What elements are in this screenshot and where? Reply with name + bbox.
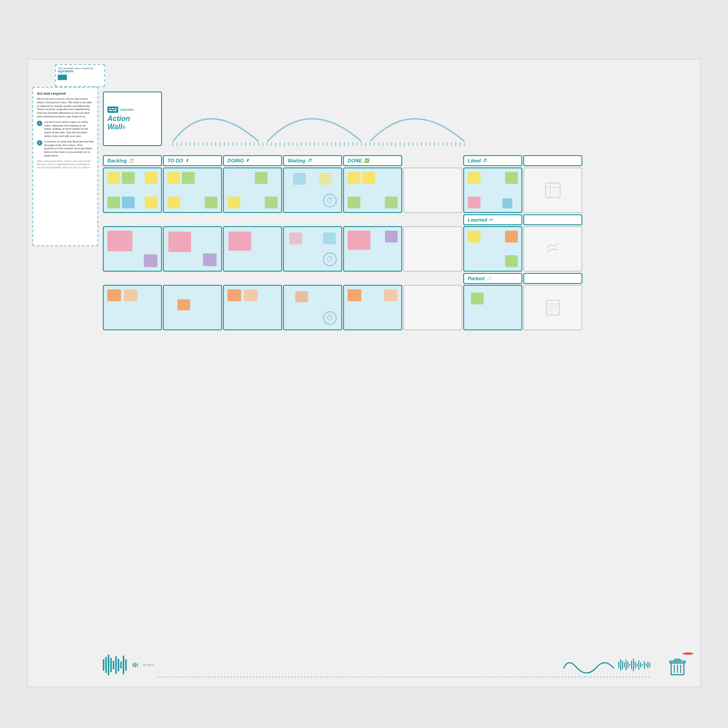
sticky-doing-r3-o1[interactable] (228, 289, 241, 301)
step2-num: 2 (37, 140, 42, 146)
sticky-done-r2-purple[interactable] (385, 231, 398, 243)
learned-icon: ↩ (489, 217, 493, 222)
sticky-done-r3-o1[interactable] (348, 289, 361, 301)
r3-header-row: Parked 📄 (103, 273, 696, 284)
sticky-bl-r3-o1[interactable] (107, 289, 121, 301)
sticky-done-y2[interactable] (362, 172, 375, 184)
cell-parked-r3[interactable] (463, 285, 522, 330)
svg-rect-107 (629, 664, 630, 666)
done-icon: ✅ (364, 158, 369, 163)
svg-rect-1 (109, 108, 111, 109)
cell-done-r1[interactable] (343, 167, 402, 213)
sticky-doing-y1[interactable] (228, 197, 240, 208)
sticky-liked-g1[interactable] (505, 172, 518, 184)
svg-rect-96 (145, 664, 146, 666)
sticky-done-r3-s1[interactable] (384, 289, 398, 301)
sticky-todo-y1[interactable] (167, 172, 180, 184)
cell-backlog-r1[interactable] (103, 167, 162, 213)
step1-num: 1 (37, 121, 42, 126)
svg-rect-117 (647, 662, 648, 668)
cell-backlog-r3[interactable] (103, 285, 162, 330)
sticky-learned-g1[interactable] (505, 255, 518, 267)
sticky-todo-r3-o1[interactable] (177, 299, 190, 310)
svg-rect-111 (637, 663, 637, 667)
r3-label-todo (163, 273, 222, 284)
svg-rect-103 (622, 661, 623, 669)
sticky-yellow-2[interactable] (145, 172, 157, 184)
cell-waiting-r3[interactable]: ⏱ (283, 285, 342, 330)
learned-label: Learned (468, 217, 487, 222)
cell-waiting-r1[interactable]: ⏱ (283, 167, 342, 213)
cell-liked-r1[interactable] (463, 167, 522, 213)
cell-done-r2[interactable] (343, 226, 402, 272)
sticky-blue-1[interactable] (122, 197, 135, 208)
sticky-bl-r3-s1[interactable] (124, 289, 137, 301)
sticky-liked-b1[interactable] (502, 198, 512, 208)
cell-doing-r2[interactable] (223, 226, 282, 272)
sticky-wait-r2-p1[interactable] (289, 233, 302, 244)
sticky-learned-y1[interactable] (468, 231, 480, 243)
svg-rect-91 (125, 659, 126, 671)
sticky-liked-p1[interactable] (468, 197, 480, 208)
trash-area[interactable] (662, 652, 693, 680)
sticky-learned-o1[interactable] (505, 231, 518, 243)
cell-todo-r3[interactable] (163, 285, 222, 330)
sticky-bl-r2-pink[interactable] (107, 231, 132, 251)
cell-done-r3[interactable] (343, 285, 402, 330)
svg-rect-95 (142, 664, 143, 666)
cell-todo-r2[interactable] (163, 226, 222, 272)
col-header-waiting: Waiting ⏱ (283, 155, 342, 166)
sticky-yellow-3[interactable] (145, 197, 157, 208)
sticky-green-1[interactable] (122, 172, 135, 184)
cell-doing-r1[interactable] (223, 167, 282, 213)
parked-icon: 📄 (486, 276, 491, 281)
sticky-wait-r2-b1[interactable] (323, 233, 336, 244)
clock-icon-1: ⏱ (323, 194, 337, 207)
sticky-done-y1[interactable] (348, 172, 360, 184)
cell-backlog-r2[interactable] (103, 226, 162, 272)
sticky-done-g1[interactable] (348, 197, 360, 208)
sticky-bl-r2-purple[interactable] (144, 254, 157, 267)
sticky-wait-y1[interactable] (319, 173, 332, 185)
trash-icon[interactable] (667, 657, 688, 680)
sticky-green-2[interactable] (107, 197, 120, 208)
cell-learned-r2[interactable] (463, 226, 522, 272)
cell-doing-r3[interactable] (223, 285, 282, 330)
clock-icon-2: ⏱ (323, 253, 337, 266)
svg-rect-113 (640, 662, 641, 667)
doing-label: DOING (228, 158, 244, 163)
sticky-wait-r3-o1[interactable] (295, 291, 308, 302)
r3-label-backlog (103, 273, 162, 284)
sticky-todo-r2-pink[interactable] (168, 232, 191, 252)
sticky-doing-g1[interactable] (255, 172, 268, 184)
svg-rect-101 (618, 662, 619, 668)
svg-rect-87 (115, 656, 116, 674)
sticky-wait-b1[interactable] (293, 173, 306, 185)
sticky-liked-y1[interactable] (468, 172, 480, 184)
cell-spacer-r3 (403, 285, 462, 330)
sticky-yellow-1[interactable] (107, 172, 120, 184)
svg-rect-112 (638, 660, 639, 670)
sticky-todo-y2[interactable] (167, 197, 180, 208)
waiting-icon: ⏱ (308, 158, 312, 163)
sticky-todo-g1[interactable] (182, 172, 195, 184)
brand-area: AgileWalls Action Wall® (103, 91, 162, 146)
instruction-footer: After customizing these stickies may hel… (37, 160, 94, 169)
sticky-parked-g1[interactable] (471, 293, 484, 304)
instruction-title: Act and respond (37, 91, 94, 96)
sticky-doing-g2[interactable] (265, 197, 278, 208)
svg-rect-89 (120, 662, 121, 668)
sticky-doing-r2-pink[interactable] (228, 232, 251, 251)
r2-label-done (343, 214, 402, 225)
waiting-label: Waiting (288, 158, 306, 163)
sticky-todo-r2-purple[interactable] (203, 253, 217, 266)
sticky-todo-g2[interactable] (205, 197, 217, 208)
cell-todo-r1[interactable] (163, 167, 222, 213)
sticky-doing-r3-s1[interactable] (244, 289, 258, 301)
sticky-done-g2[interactable] (385, 197, 398, 208)
liked-label: Liked (468, 158, 481, 163)
instruction-step-2: 2 Comment on what was liked and learned … (37, 140, 94, 158)
sticky-done-r2-pink[interactable] (348, 231, 370, 250)
col-header-liked: Liked ⏱ (463, 155, 522, 166)
cell-waiting-r2[interactable]: ⏱ (283, 226, 342, 272)
